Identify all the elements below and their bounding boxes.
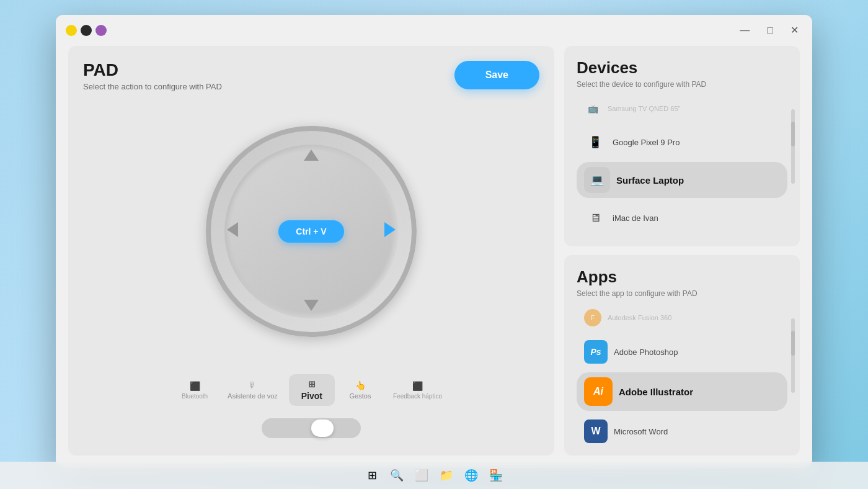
- samsung-icon: 📺: [584, 100, 601, 117]
- tab-bluetooth[interactable]: ⬛ Bluetooth: [173, 377, 216, 403]
- toggle-thumb: [311, 419, 334, 437]
- panel-subtitle: Select the action to configure with PAD: [83, 82, 222, 91]
- device-samsung-label: Samsung TV QNED 65": [608, 105, 680, 112]
- bluetooth-icon: ⬛: [190, 381, 200, 391]
- app-list: F Autodesk Fusion 360 Ps Adobe Photoshop…: [577, 304, 787, 443]
- window-controls: — □ ✕: [736, 23, 802, 38]
- feedback-icon: ⬛: [412, 381, 423, 391]
- app-item-fusion[interactable]: F Autodesk Fusion 360: [577, 304, 787, 331]
- fusion-icon: F: [584, 309, 601, 326]
- tab-gestos-label: Gestos: [350, 392, 371, 400]
- panel-title-group: PAD Select the action to configure with …: [83, 61, 222, 91]
- apps-scrollbar-thumb: [791, 331, 795, 356]
- photoshop-icon: Ps: [584, 340, 608, 364]
- dial-inner: Ctrl + V: [224, 145, 398, 318]
- tab-feedback-label: Feedback háptico: [393, 393, 442, 400]
- voice-icon: 🎙: [248, 380, 257, 390]
- panel-title: PAD: [83, 61, 222, 80]
- tab-bluetooth-label: Bluetooth: [182, 393, 208, 400]
- app-fusion-label: Autodesk Fusion 360: [608, 314, 671, 321]
- mode-tabs: ⬛ Bluetooth 🎙 Asistente de voz ⊞ Pivot 👆…: [83, 372, 539, 408]
- tab-pivot-label: Pivot: [301, 391, 322, 401]
- titlebar: — □ ✕: [56, 15, 812, 46]
- app-item-illustrator[interactable]: Ai Adobe Illustrator: [577, 372, 787, 411]
- app-word-label: Microsoft Word: [614, 427, 668, 436]
- device-list: 📺 Samsung TV QNED 65" 📱 Google Pixel 9 P…: [577, 95, 787, 234]
- logo-dot-yellow: [66, 25, 77, 36]
- taskbar-taskview-icon[interactable]: ⬜: [412, 465, 432, 485]
- main-window: — □ ✕ PAD Select the action to configure…: [56, 15, 812, 468]
- device-item-pixel[interactable]: 📱 Google Pixel 9 Pro: [577, 126, 787, 158]
- minimize-button[interactable]: —: [736, 23, 753, 38]
- gestos-icon: 👆: [355, 380, 366, 390]
- down-arrow-icon: [304, 300, 319, 311]
- close-button[interactable]: ✕: [787, 23, 802, 38]
- word-icon: W: [584, 419, 608, 443]
- pixel-icon: 📱: [584, 131, 606, 153]
- tab-feedback[interactable]: ⬛ Feedback háptico: [386, 377, 450, 403]
- dial-wrapper: Ctrl + V: [206, 126, 417, 337]
- right-panel: Devices Select the device to configure w…: [564, 46, 800, 455]
- devices-scrollbar[interactable]: [791, 109, 795, 184]
- dial-right-button[interactable]: [379, 217, 401, 246]
- left-panel: PAD Select the action to configure with …: [68, 46, 554, 455]
- app-illustrator-label: Adobe Illustrator: [619, 387, 693, 397]
- tab-voice-label: Asistente de voz: [228, 392, 278, 400]
- illustrator-icon: Ai: [584, 377, 613, 406]
- pivot-icon: ⊞: [308, 379, 316, 389]
- taskbar-search-icon[interactable]: 🔍: [387, 465, 407, 485]
- app-item-word[interactable]: W Microsoft Word: [577, 415, 787, 443]
- apps-section: Apps Select the app to configure with PA…: [564, 255, 800, 455]
- left-arrow-icon: [227, 222, 238, 237]
- toggle-bar: [83, 416, 539, 441]
- device-imac-label: iMac de Ivan: [613, 213, 658, 223]
- tab-pivot[interactable]: ⊞ Pivot: [289, 374, 335, 406]
- apps-scrollbar[interactable]: [791, 318, 795, 393]
- tab-voice[interactable]: 🎙 Asistente de voz: [220, 377, 285, 403]
- dial-outer[interactable]: Ctrl + V: [206, 126, 417, 337]
- apps-subtitle: Select the app to configure with PAD: [577, 289, 787, 298]
- app-logo: [66, 25, 107, 36]
- taskbar-explorer-icon[interactable]: 📁: [436, 465, 456, 485]
- right-arrow-icon: [384, 222, 396, 237]
- devices-scrollbar-thumb: [791, 122, 795, 146]
- device-surface-label: Surface Laptop: [616, 175, 684, 186]
- tab-gestos[interactable]: 👆 Gestos: [339, 377, 382, 403]
- toggle-switch[interactable]: [262, 418, 361, 438]
- save-button[interactable]: Save: [454, 61, 539, 89]
- device-pixel-label: Google Pixel 9 Pro: [613, 138, 680, 147]
- taskbar-start-icon[interactable]: ⊞: [362, 465, 382, 485]
- apps-title: Apps: [577, 267, 787, 287]
- dial-down-button[interactable]: [299, 294, 324, 320]
- surface-icon: 💻: [584, 167, 610, 193]
- dial-container: Ctrl + V: [83, 99, 539, 364]
- imac-icon: 🖥: [584, 207, 606, 229]
- dial-up-button[interactable]: [299, 143, 324, 169]
- devices-section: Devices Select the device to configure w…: [564, 46, 800, 246]
- taskbar: ⊞ 🔍 ⬜ 📁 🌐 🏪: [0, 462, 868, 489]
- taskbar-store-icon[interactable]: 🏪: [486, 465, 506, 485]
- main-content: PAD Select the action to configure with …: [56, 46, 812, 468]
- logo-dot-purple: [95, 25, 107, 36]
- up-arrow-icon: [304, 150, 319, 161]
- devices-subtitle: Select the device to configure with PAD: [577, 80, 787, 89]
- dial-center-button[interactable]: Ctrl + V: [278, 220, 343, 243]
- device-item-imac[interactable]: 🖥 iMac de Ivan: [577, 202, 787, 234]
- taskbar-edge-icon[interactable]: 🌐: [461, 465, 481, 485]
- app-photoshop-label: Adobe Photoshop: [614, 348, 678, 357]
- dial-left-button[interactable]: [222, 217, 243, 246]
- device-item-samsung[interactable]: 📺 Samsung TV QNED 65": [577, 95, 787, 122]
- devices-title: Devices: [577, 58, 787, 78]
- panel-header: PAD Select the action to configure with …: [83, 61, 539, 91]
- logo-dot-dark: [81, 25, 92, 36]
- device-item-surface[interactable]: 💻 Surface Laptop: [577, 162, 787, 198]
- maximize-button[interactable]: □: [763, 23, 777, 38]
- app-item-photoshop[interactable]: Ps Adobe Photoshop: [577, 335, 787, 369]
